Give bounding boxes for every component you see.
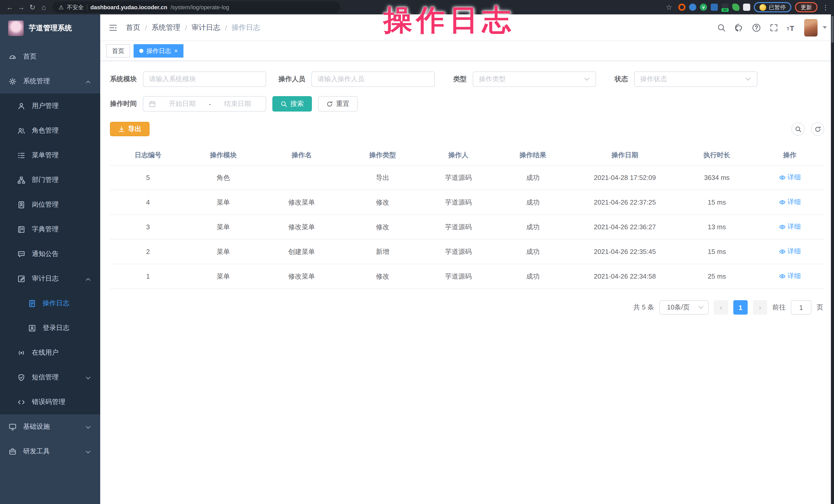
col-date: 操作日期 [571, 146, 678, 165]
operator-input[interactable]: 请输入操作人员 [311, 71, 435, 87]
help-question-icon[interactable] [752, 23, 761, 32]
url-divider [87, 4, 87, 10]
col-operation-name: 操作名 [261, 146, 343, 165]
badge-icon [18, 201, 25, 209]
green-extension-icon[interactable] [732, 4, 740, 11]
refresh-table-icon[interactable] [811, 122, 824, 136]
status-select[interactable]: 操作状态 [634, 71, 758, 87]
eye-icon [779, 174, 786, 181]
blue-extension-icon[interactable] [711, 4, 718, 11]
reload-icon[interactable]: ↻ [27, 0, 38, 15]
sidebar-item-dict-management[interactable]: 字典管理 [0, 217, 100, 242]
url-path: /system/log/operate-log [170, 4, 229, 10]
sidebar-item-login-log[interactable]: 登录日志 [0, 315, 100, 340]
table-header-row: 日志编号 操作模块 操作名 操作类型 操作人 操作结果 操作日期 执行时长 操作 [110, 146, 824, 165]
download-icon [118, 126, 125, 132]
search-button[interactable]: 搜索 [272, 96, 312, 112]
page-size-select[interactable]: 10条/页 [659, 300, 709, 314]
detail-link[interactable]: 详细 [779, 247, 801, 256]
dictionary-icon [18, 225, 25, 233]
forward-icon[interactable]: → [16, 0, 27, 15]
sidebar-item-role-management[interactable]: 角色管理 [0, 118, 100, 143]
sidebar-item-department-management[interactable]: 部门管理 [0, 168, 100, 192]
profile-paused-badge[interactable]: 已暂停 [754, 2, 791, 12]
switch-extension-icon[interactable]: on [722, 4, 729, 11]
breadcrumb-system[interactable]: 系统管理 [152, 23, 180, 32]
sidebar-item-user-management[interactable]: 用户管理 [0, 93, 100, 118]
filter-row-2: 操作时间 开始日期 - 结束日期 搜索 [110, 96, 824, 112]
adblock-extension-icon[interactable] [678, 4, 685, 11]
sidebar-toggle-icon[interactable] [104, 19, 122, 36]
search-icon[interactable] [717, 23, 726, 32]
not-secure-warning-icon: ⚠ [59, 4, 64, 10]
close-tab-icon[interactable]: × [174, 48, 178, 54]
fullscreen-icon[interactable] [769, 23, 778, 32]
col-module: 操作模块 [186, 146, 261, 165]
github-icon[interactable] [734, 23, 744, 32]
table-row: 4菜单 修改菜单修改 芋道源码成功 2021-04-26 22:37:2515 … [110, 190, 824, 215]
breadcrumb-audit-log[interactable]: 审计日志 [192, 23, 220, 32]
svg-text:T: T [787, 26, 789, 31]
sidebar-item-audit-log[interactable]: 审计日志 [0, 266, 100, 291]
detail-link[interactable]: 详细 [779, 198, 801, 207]
app-logo [8, 21, 24, 36]
detail-link[interactable]: 详细 [779, 173, 801, 182]
org-tree-icon [18, 176, 25, 184]
type-select[interactable]: 操作类型 [473, 71, 596, 87]
sidebar-item-announcement[interactable]: 通知公告 [0, 242, 100, 266]
annotation-operate-log: 操作日志 [383, 1, 515, 40]
infrastructure-icon [9, 423, 17, 431]
chevron-up-icon [85, 79, 91, 84]
app-logo-row[interactable]: 芋道管理系统 [0, 15, 100, 42]
pin-extension-icon[interactable] [689, 4, 696, 11]
sidebar-item-home[interactable]: 首页 [0, 44, 100, 69]
time-label: 操作时间 [110, 99, 137, 108]
sidebar-item-system-management[interactable]: 系统管理 [0, 69, 100, 93]
sidebar-item-operate-log[interactable]: 操作日志 [0, 291, 100, 315]
browser-menu-icon[interactable]: ⋮ [821, 3, 830, 11]
sms-shield-icon [18, 373, 25, 381]
home-icon[interactable]: ⌂ [38, 0, 49, 15]
address-bar[interactable]: ⚠ 不安全 dashboard.yudao.iocoder.cn /system… [52, 2, 340, 13]
page-1-button[interactable]: 1 [733, 300, 748, 314]
green-v-extension-icon[interactable]: v [700, 4, 707, 11]
extensions-puzzle-icon[interactable] [743, 4, 750, 11]
table-row: 5角色 导出 芋道源码成功 2021-04-28 17:52:093634 ms… [110, 165, 824, 190]
scrollbar-thumb[interactable] [831, 16, 833, 43]
next-page-button[interactable]: › [753, 300, 767, 314]
font-size-icon[interactable]: TT [787, 23, 796, 32]
audit-log-icon [18, 275, 25, 282]
page-content: 系统模块 请输入系统模块 操作人员 请输入操作人员 类型 操作类型 状态 操作状… [100, 61, 834, 504]
toggle-search-icon[interactable] [791, 122, 805, 136]
window-scrollbar[interactable] [831, 15, 834, 504]
sidebar-item-post-management[interactable]: 岗位管理 [0, 192, 100, 217]
sidebar-item-infrastructure[interactable]: 基础设施 [0, 414, 100, 439]
user-avatar[interactable] [804, 19, 817, 36]
announcement-icon [18, 250, 25, 258]
sidebar-item-menu-management[interactable]: 菜单管理 [0, 143, 100, 168]
tab-operate-log[interactable]: 操作日志 × [134, 44, 183, 58]
prev-page-button[interactable]: ‹ [714, 300, 728, 314]
goto-page-input[interactable]: 1 [791, 300, 811, 314]
module-input[interactable]: 请输入系统模块 [143, 71, 266, 87]
chevron-down-icon [85, 448, 91, 454]
bookmark-star-icon[interactable]: ☆ [663, 0, 675, 15]
update-button[interactable]: 更新 [795, 2, 817, 12]
chevron-down-icon [698, 304, 704, 310]
breadcrumb-operate-log: 操作日志 [232, 23, 260, 32]
breadcrumb-home[interactable]: 首页 [126, 23, 140, 32]
sidebar-item-sms-management[interactable]: 短信管理 [0, 365, 100, 390]
sidebar-item-dev-tools[interactable]: 研发工具 [0, 439, 100, 464]
table-row: 2菜单 创建菜单新增 芋道源码成功 2021-04-26 22:35:4515 … [110, 239, 824, 264]
detail-link[interactable]: 详细 [779, 222, 801, 232]
export-button[interactable]: 导出 [110, 122, 150, 136]
table-toolbar: 导出 [110, 122, 824, 136]
date-range-input[interactable]: 开始日期 - 结束日期 [143, 96, 266, 112]
reset-button[interactable]: 重置 [318, 96, 358, 112]
detail-link[interactable]: 详细 [779, 272, 801, 281]
sidebar-item-error-code-management[interactable]: 错误码管理 [0, 390, 100, 414]
tab-home[interactable]: 首页 [106, 44, 130, 58]
avatar-caret-down-icon[interactable] [823, 26, 827, 29]
sidebar-item-online-users[interactable]: 在线用户 [0, 340, 100, 365]
back-icon[interactable]: ← [4, 0, 16, 15]
